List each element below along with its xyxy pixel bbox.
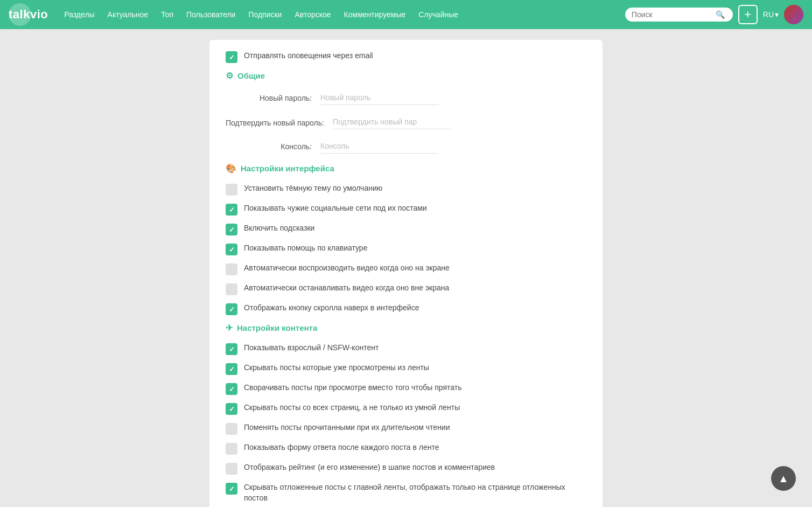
interface-setting-row-2: ✓Включить подсказки	[226, 223, 586, 235]
interface-setting-label-1: Показывать чужие социальные сети под их …	[244, 203, 427, 214]
content-setting-row-2: ✓Сворачивать посты при просмотре вместо …	[226, 383, 586, 395]
gear-icon: ⚙	[226, 71, 233, 81]
console-row: Консоль:	[226, 139, 586, 154]
palette-icon: 🎨	[226, 163, 236, 173]
interface-setting-row-5: Автоматически останавливать видео когда …	[226, 283, 586, 295]
content-setting-checkbox-2[interactable]: ✓	[226, 383, 237, 395]
nav-item-авторское[interactable]: Авторское	[289, 7, 336, 22]
content-setting-label-7: Скрывать отложенные посты с главной лент…	[244, 482, 586, 503]
console-label: Консоль:	[226, 139, 312, 151]
avatar[interactable]	[784, 5, 803, 24]
interface-setting-checkbox-1[interactable]: ✓	[226, 204, 237, 216]
checkmark-icon: ✓	[229, 485, 235, 492]
add-button[interactable]: +	[738, 5, 758, 24]
lang-arrow: ▾	[775, 10, 779, 19]
interface-setting-row-0: Установить тёмную тему по умолчанию	[226, 183, 586, 196]
nav-item-разделы[interactable]: Разделы	[59, 7, 100, 22]
language-selector[interactable]: RU ▾	[763, 10, 779, 19]
checkmark-icon: ✓	[229, 246, 235, 253]
checkmark-icon: ✓	[229, 346, 235, 353]
nav-item-пользователи[interactable]: Пользователи	[181, 7, 241, 22]
content-setting-checkbox-3[interactable]: ✓	[226, 403, 237, 415]
content-setting-row-5: Показывать форму ответа после каждого по…	[226, 442, 586, 455]
interface-setting-label-2: Включить подсказки	[244, 223, 314, 234]
content-setting-label-2: Сворачивать посты при просмотре вместо т…	[244, 383, 462, 393]
interface-setting-checkbox-4[interactable]	[226, 263, 237, 275]
checkmark-icon: ✓	[229, 54, 235, 61]
section-general-heading: ⚙ Общие	[226, 71, 586, 81]
content-setting-label-3: Скрывать посты со всех страниц, а не тол…	[244, 402, 460, 413]
nav-item-топ[interactable]: Топ	[156, 7, 179, 22]
content-setting-checkbox-4[interactable]	[226, 423, 237, 435]
header: talkvio РазделыАктуальноеТопПользователи…	[0, 0, 812, 29]
scroll-top-button[interactable]: ▲	[771, 466, 796, 491]
content-setting-checkbox-1[interactable]: ✓	[226, 363, 237, 375]
interface-setting-checkbox-0[interactable]	[226, 184, 237, 196]
interface-setting-row-3: ✓Показывать помощь по клавиатуре	[226, 243, 586, 255]
interface-setting-label-4: Автоматически воспроизводить видео когда…	[244, 263, 450, 274]
content-setting-checkbox-5[interactable]	[226, 443, 237, 455]
lang-label: RU	[763, 10, 774, 19]
section-general-label: Общие	[237, 71, 265, 80]
send-icon: ✈	[226, 323, 233, 333]
content-setting-label-1: Скрывать посты которые уже просмотрены и…	[244, 363, 429, 373]
interface-setting-label-6: Отображать кнопку скролла наверх в интер…	[244, 303, 419, 314]
checkmark-icon: ✓	[229, 386, 235, 393]
content-setting-row-1: ✓Скрывать посты которые уже просмотрены …	[226, 363, 586, 375]
nav-item-случайные[interactable]: Случайные	[413, 7, 464, 22]
nav-item-комментируемые[interactable]: Комментируемые	[339, 7, 411, 22]
checkmark-icon: ✓	[229, 366, 235, 373]
interface-setting-row-1: ✓Показывать чужие социальные сети под их…	[226, 203, 586, 216]
avatar-image	[784, 5, 803, 24]
main-nav: РазделыАктуальноеТопПользователиПодписки…	[59, 7, 625, 22]
email-notification-row: ✓ Отправлять оповещения через email	[226, 51, 586, 63]
section-content-label: Настройки контента	[237, 323, 317, 332]
logo[interactable]: talkvio	[9, 8, 48, 22]
checkmark-icon: ✓	[229, 206, 235, 213]
content-setting-row-0: ✓Показывать взрослый / NSFW-контент	[226, 343, 586, 355]
checkmark-icon: ✓	[229, 306, 235, 313]
content-setting-checkbox-0[interactable]: ✓	[226, 343, 237, 355]
checkmark-icon: ✓	[229, 406, 235, 413]
search-box[interactable]: 🔍	[625, 8, 733, 22]
content-setting-label-5: Показывать форму ответа после каждого по…	[244, 442, 439, 453]
interface-setting-row-4: Автоматически воспроизводить видео когда…	[226, 263, 586, 275]
content-setting-row-7: ✓Скрывать отложенные посты с главной лен…	[226, 482, 586, 503]
nav-item-актуальное[interactable]: Актуальное	[102, 7, 154, 22]
content-setting-checkbox-7[interactable]: ✓	[226, 483, 237, 495]
content-setting-label-4: Поменять посты прочитанными при их длите…	[244, 422, 450, 433]
content-setting-checkbox-6[interactable]	[226, 463, 237, 475]
email-notification-label: Отправлять оповещения через email	[244, 51, 373, 61]
header-right: 🔍 + RU ▾	[625, 5, 803, 24]
interface-setting-checkbox-3[interactable]: ✓	[226, 244, 237, 255]
interface-setting-label-5: Автоматически останавливать видео когда …	[244, 283, 449, 294]
content-panel: ✓ Отправлять оповещения через email ⚙ Об…	[209, 40, 603, 507]
checkmark-icon: ✓	[229, 226, 235, 233]
confirm-password-input[interactable]	[333, 115, 451, 129]
logo-text: talkvio	[9, 8, 48, 22]
section-content-heading: ✈ Настройки контента	[226, 323, 586, 333]
content-setting-row-3: ✓Скрывать посты со всех страниц, а не то…	[226, 402, 586, 415]
confirm-password-label: Подтвердить новый пароль:	[226, 115, 324, 128]
nav-item-подписки[interactable]: Подписки	[243, 7, 287, 22]
interface-setting-label-3: Показывать помощь по клавиатуре	[244, 243, 367, 254]
page-wrapper: ✓ Отправлять оповещения через email ⚙ Об…	[0, 29, 812, 507]
interface-settings-list: Установить тёмную тему по умолчанию✓Пока…	[226, 183, 586, 315]
search-input[interactable]	[632, 10, 712, 19]
content-settings-list: ✓Показывать взрослый / NSFW-контент✓Скры…	[226, 343, 586, 503]
new-password-input[interactable]	[320, 91, 439, 105]
interface-setting-checkbox-2[interactable]: ✓	[226, 224, 237, 235]
new-password-row: Новый пароль:	[226, 91, 586, 105]
section-interface-heading: 🎨 Настройки интерфейса	[226, 163, 586, 173]
content-setting-row-4: Поменять посты прочитанными при их длите…	[226, 422, 586, 435]
interface-setting-label-0: Установить тёмную тему по умолчанию	[244, 183, 382, 194]
interface-setting-checkbox-6[interactable]: ✓	[226, 303, 237, 315]
search-icon: 🔍	[716, 10, 725, 19]
content-setting-label-0: Показывать взрослый / NSFW-контент	[244, 343, 379, 353]
console-input[interactable]	[320, 139, 439, 154]
email-notification-checkbox[interactable]: ✓	[226, 51, 237, 63]
interface-setting-checkbox-5[interactable]	[226, 283, 237, 295]
scroll-top-icon: ▲	[778, 473, 789, 485]
content-setting-row-6: Отображать рейтинг (и его изменение) в ш…	[226, 462, 586, 475]
interface-setting-row-6: ✓Отображать кнопку скролла наверх в инте…	[226, 303, 586, 315]
